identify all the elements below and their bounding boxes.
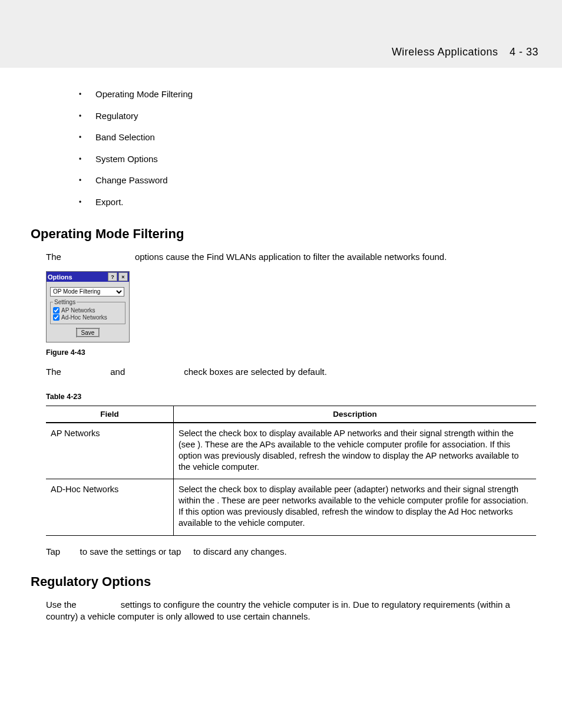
adhoc-networks-checkbox-row[interactable]: Ad-Hoc Networks [53, 314, 123, 321]
text-fragment: to discard any changes. [193, 546, 286, 556]
ap-networks-checkbox-row[interactable]: AP Networks [53, 307, 123, 314]
cell-description: Select the check box to display availabl… [174, 423, 537, 479]
table-header-row: Field Description [46, 406, 536, 423]
save-button[interactable]: Save [76, 328, 100, 337]
checkbox-label: Ad-Hoc Networks [61, 314, 107, 321]
text-fragment: options cause the Find WLANs application… [135, 252, 447, 262]
list-item: System Options [79, 153, 536, 166]
list-item: Regulatory [79, 110, 536, 123]
col-description: Description [174, 406, 537, 423]
list-item: Export. [79, 196, 536, 209]
blank-term [62, 546, 77, 556]
running-header: Wireless Applications 4 - 33 [392, 46, 538, 58]
table-row: AD-Hoc Networks Select the check box to … [46, 479, 536, 536]
intro-paragraph: The options cause the Find WLANs applica… [46, 251, 536, 263]
settings-fieldset: Settings AP Networks Ad-Hoc Networks [50, 299, 125, 324]
op-mode-fields-table: Field Description AP Networks Select the… [46, 406, 536, 536]
checkbox-label: AP Networks [61, 307, 95, 314]
cell-field: AD-Hoc Networks [46, 479, 174, 536]
list-item: Operating Mode Filtering [79, 88, 536, 101]
text-fragment: and [110, 367, 127, 377]
text-fragment: check boxes are selected by default. [184, 367, 327, 377]
save-note-paragraph: Tap to save the settings or tap to disca… [46, 546, 536, 556]
cell-field: AP Networks [46, 423, 174, 479]
text-fragment: Tap [46, 546, 62, 556]
blank-term [79, 599, 118, 610]
close-icon[interactable]: × [118, 272, 128, 281]
cell-description: Select the check box to display availabl… [174, 479, 537, 536]
default-checkboxes-paragraph: The and check boxes are selected by defa… [46, 366, 536, 378]
dialog-titlebar: Options ? × [47, 272, 129, 282]
help-icon[interactable]: ? [108, 272, 117, 281]
figure-caption: Figure 4-43 [46, 348, 536, 357]
section-name: Wireless Applications [392, 46, 498, 58]
blank-term [127, 367, 181, 377]
options-dialog: Options ? × OP Mode Filtering Settings A… [46, 271, 130, 342]
heading-operating-mode-filtering: Operating Mode Filtering [31, 226, 536, 242]
text-fragment: The [46, 252, 64, 262]
mode-filtering-dropdown[interactable]: OP Mode Filtering [50, 287, 124, 297]
topic-bullet-list: Operating Mode Filtering Regulatory Band… [79, 88, 536, 209]
regulatory-paragraph: Use the settings to configure the countr… [46, 599, 536, 623]
ap-networks-checkbox[interactable] [53, 307, 59, 314]
table-row: AP Networks Select the check box to disp… [46, 423, 536, 479]
list-item: Band Selection [79, 131, 536, 144]
blank-term [183, 546, 191, 556]
dialog-title: Options [48, 274, 107, 281]
fieldset-legend: Settings [53, 299, 77, 305]
page-header-band: Wireless Applications 4 - 33 [0, 0, 562, 68]
blank-term [64, 367, 108, 377]
text-fragment: Use the [46, 599, 79, 610]
heading-regulatory-options: Regulatory Options [31, 574, 536, 589]
list-item: Change Password [79, 174, 536, 187]
text-fragment: The [46, 367, 64, 377]
page-reference: 4 - 33 [510, 46, 538, 58]
col-field: Field [46, 406, 174, 423]
text-fragment: to save the settings or tap [80, 546, 184, 556]
adhoc-networks-checkbox[interactable] [53, 314, 59, 321]
table-caption: Table 4-23 [46, 393, 536, 401]
figure-container: Options ? × OP Mode Filtering Settings A… [46, 271, 536, 342]
blank-term [64, 252, 133, 262]
